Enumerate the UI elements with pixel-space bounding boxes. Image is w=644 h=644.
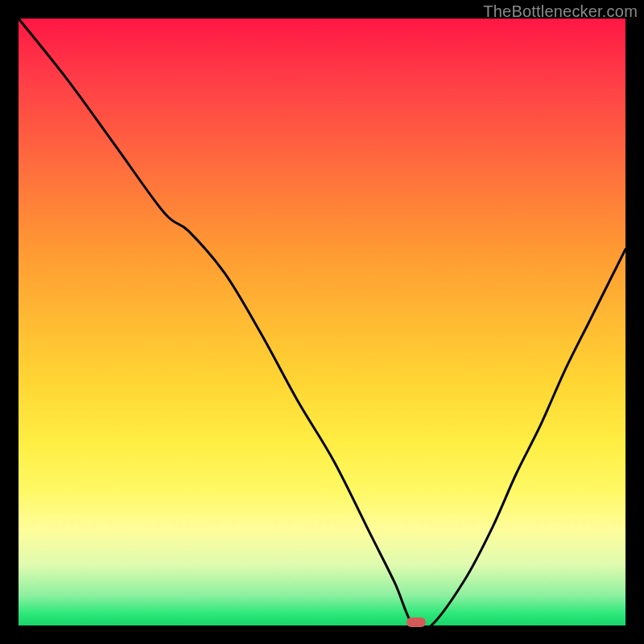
chart-frame: TheBottlenecker.com [0,0,644,644]
bottleneck-curve [19,19,625,625]
watermark-text: TheBottlenecker.com [483,2,638,21]
optimum-marker [407,617,426,627]
